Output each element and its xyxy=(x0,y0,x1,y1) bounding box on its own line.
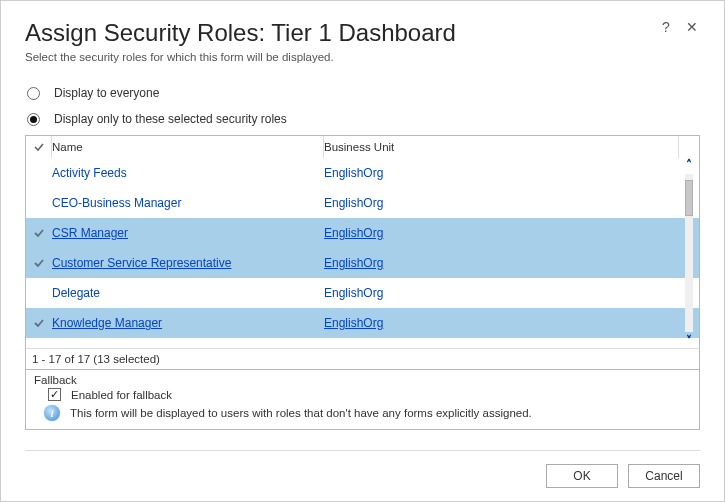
pager: 1 - 17 of 17 (13 selected) xyxy=(25,348,700,370)
roles-grid: Name Business Unit Activity FeedsEnglish… xyxy=(25,135,700,348)
table-row[interactable]: Marketing ManagerEnglishOrg xyxy=(26,338,699,348)
row-name: Knowledge Manager xyxy=(52,316,162,330)
table-row[interactable]: Customer Service RepresentativeEnglishOr… xyxy=(26,248,699,278)
scroll-up-icon[interactable]: ˄ xyxy=(681,158,697,172)
dialog: Assign Security Roles: Tier 1 Dashboard … xyxy=(1,1,724,501)
close-icon[interactable]: ✕ xyxy=(684,19,700,35)
display-scope-radiogroup: Display to everyone Display only to thes… xyxy=(27,81,700,133)
grid-viewport: Activity FeedsEnglishOrgCEO-Business Man… xyxy=(26,158,699,348)
scroll-down-icon[interactable]: ˅ xyxy=(681,334,697,348)
header-name[interactable]: Name xyxy=(52,136,324,158)
scroll-track[interactable] xyxy=(685,174,693,332)
grid-rows: Activity FeedsEnglishOrgCEO-Business Man… xyxy=(26,158,699,348)
row-business-unit: EnglishOrg xyxy=(324,316,383,330)
row-name: Customer Service Representative xyxy=(52,256,231,270)
titlebar: Assign Security Roles: Tier 1 Dashboard … xyxy=(25,19,700,47)
row-checkmark[interactable] xyxy=(26,317,52,329)
row-business-unit: EnglishOrg xyxy=(324,196,383,210)
header-select-all[interactable] xyxy=(26,136,52,158)
row-business-unit: EnglishOrg xyxy=(324,256,383,270)
dialog-footer: OK Cancel xyxy=(25,450,700,501)
fallback-checkbox[interactable] xyxy=(48,388,61,401)
ok-button[interactable]: OK xyxy=(546,464,618,488)
row-business-unit: EnglishOrg xyxy=(324,346,383,348)
header-business-unit[interactable]: Business Unit xyxy=(324,136,679,158)
header-spacer xyxy=(679,136,699,158)
row-name: Marketing Manager xyxy=(52,346,155,348)
table-row[interactable]: CEO-Business ManagerEnglishOrg xyxy=(26,188,699,218)
table-row[interactable]: Activity FeedsEnglishOrg xyxy=(26,158,699,188)
row-name: Activity Feeds xyxy=(52,166,127,180)
row-checkmark[interactable] xyxy=(26,257,52,269)
row-business-unit: EnglishOrg xyxy=(324,286,383,300)
row-business-unit: EnglishOrg xyxy=(324,226,383,240)
fallback-label: Enabled for fallback xyxy=(71,389,172,401)
fallback-section: Fallback Enabled for fallback i This for… xyxy=(25,370,700,430)
row-name: Delegate xyxy=(52,286,100,300)
radio-icon xyxy=(27,113,40,126)
table-row[interactable]: Knowledge ManagerEnglishOrg xyxy=(26,308,699,338)
dialog-title: Assign Security Roles: Tier 1 Dashboard xyxy=(25,19,648,47)
table-row[interactable]: DelegateEnglishOrg xyxy=(26,278,699,308)
table-row[interactable]: CSR ManagerEnglishOrg xyxy=(26,218,699,248)
row-checkmark[interactable] xyxy=(26,227,52,239)
fallback-info: This form will be displayed to users wit… xyxy=(70,407,532,419)
fallback-title: Fallback xyxy=(34,374,691,386)
radio-label: Display to everyone xyxy=(54,86,159,100)
cancel-button[interactable]: Cancel xyxy=(628,464,700,488)
radio-label: Display only to these selected security … xyxy=(54,112,287,126)
row-name: CEO-Business Manager xyxy=(52,196,181,210)
row-name: CSR Manager xyxy=(52,226,128,240)
scroll-thumb[interactable] xyxy=(685,180,693,216)
info-icon: i xyxy=(44,405,60,421)
radio-display-everyone[interactable]: Display to everyone xyxy=(27,81,700,105)
radio-display-selected[interactable]: Display only to these selected security … xyxy=(27,107,700,131)
radio-icon xyxy=(27,87,40,100)
row-business-unit: EnglishOrg xyxy=(324,166,383,180)
dialog-subtitle: Select the security roles for which this… xyxy=(25,51,700,63)
grid-header: Name Business Unit xyxy=(26,136,699,158)
help-icon[interactable]: ? xyxy=(658,19,674,35)
scrollbar[interactable]: ˄ ˅ xyxy=(681,158,697,348)
